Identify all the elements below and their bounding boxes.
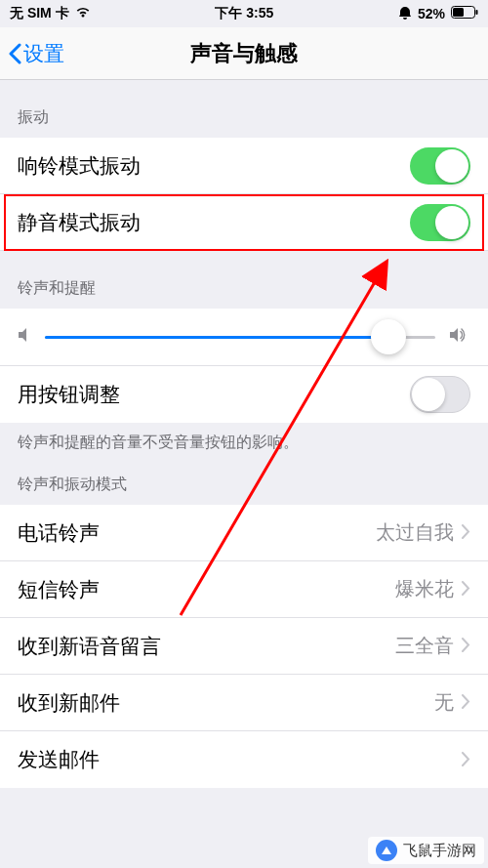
chevron-right-icon — [462, 578, 470, 600]
row-voicemail[interactable]: 收到新语音留言 三全音 — [0, 618, 488, 675]
chevron-right-icon — [462, 521, 470, 544]
back-button[interactable]: 设置 — [0, 40, 64, 67]
chevron-right-icon — [462, 749, 470, 771]
battery-label: 52% — [418, 6, 445, 21]
section-header-patterns: 铃声和振动模式 — [0, 457, 488, 505]
row-value: 三全音 — [395, 633, 454, 659]
watermark: 飞鼠手游网 — [368, 837, 484, 864]
row-sent-mail[interactable]: 发送邮件 — [0, 731, 488, 788]
toggle-ring-vibrate[interactable] — [410, 147, 470, 185]
status-left: 无 SIM 卡 — [10, 5, 91, 22]
chevron-right-icon — [462, 635, 470, 657]
svg-rect-2 — [476, 10, 478, 15]
watermark-logo-icon — [376, 840, 397, 861]
section-header-ringer: 铃声和提醒 — [0, 251, 488, 309]
chevron-right-icon — [462, 691, 470, 714]
toggle-button-adjust[interactable] — [410, 376, 470, 413]
volume-slider[interactable] — [45, 336, 435, 339]
battery-icon — [451, 6, 478, 21]
list-group-ringer: 用按钮调整 — [0, 309, 488, 423]
row-ringtone[interactable]: 电话铃声 太过自我 — [0, 505, 488, 561]
chevron-left-icon — [8, 43, 21, 64]
volume-min-icon — [18, 327, 31, 347]
row-label: 静音模式振动 — [18, 209, 141, 236]
nav-bar: 设置 声音与触感 — [0, 27, 488, 80]
row-text-tone[interactable]: 短信铃声 爆米花 — [0, 561, 488, 618]
back-label: 设置 — [23, 40, 64, 67]
section-header-vibration: 振动 — [0, 80, 488, 138]
status-right: 52% — [398, 6, 478, 22]
slider-fill — [45, 336, 388, 339]
wifi-icon — [75, 6, 91, 21]
row-label: 收到新邮件 — [18, 689, 120, 717]
section-footer-ringer: 铃声和提醒的音量不受音量按钮的影响。 — [0, 423, 488, 457]
status-bar: 无 SIM 卡 下午 3:55 52% — [0, 0, 488, 27]
row-value: 无 — [434, 689, 454, 716]
row-ring-vibrate[interactable]: 响铃模式振动 — [0, 138, 488, 194]
row-value: 太过自我 — [376, 519, 454, 546]
slider-thumb[interactable] — [371, 319, 406, 354]
status-time: 下午 3:55 — [215, 5, 273, 22]
row-value: 爆米花 — [395, 576, 454, 602]
row-silent-vibrate[interactable]: 静音模式振动 — [0, 194, 488, 251]
row-label: 发送邮件 — [18, 746, 100, 773]
carrier-label: 无 SIM 卡 — [10, 5, 69, 22]
volume-max-icon — [449, 326, 470, 348]
list-group-patterns: 电话铃声 太过自我 短信铃声 爆米花 收到新语音留言 三全音 收到新邮件 无 发… — [0, 505, 488, 788]
row-label: 短信铃声 — [18, 576, 100, 603]
watermark-text: 飞鼠手游网 — [403, 842, 476, 860]
row-label: 响铃模式振动 — [18, 152, 141, 180]
page-title: 声音与触感 — [0, 39, 488, 68]
row-new-mail[interactable]: 收到新邮件 无 — [0, 675, 488, 731]
row-label: 电话铃声 — [18, 519, 100, 547]
row-label: 用按钮调整 — [18, 381, 120, 408]
toggle-silent-vibrate[interactable] — [410, 204, 470, 241]
list-group-vibration: 响铃模式振动 静音模式振动 — [0, 138, 488, 251]
svg-rect-1 — [453, 8, 464, 17]
alarm-icon — [398, 6, 412, 22]
volume-slider-row[interactable] — [0, 309, 488, 366]
row-label: 收到新语音留言 — [18, 633, 161, 660]
row-button-adjust[interactable]: 用按钮调整 — [0, 366, 488, 423]
